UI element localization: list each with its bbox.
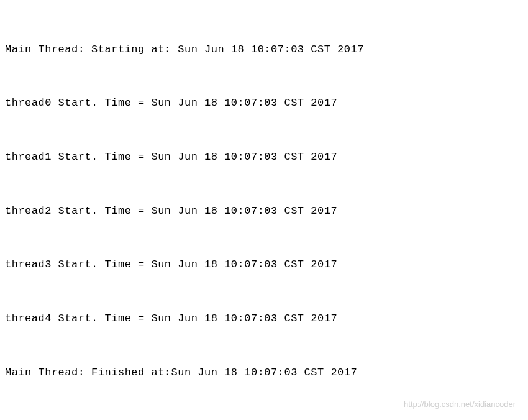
- log-line: thread3 Start. Time = Sun Jun 18 10:07:0…: [5, 256, 523, 274]
- log-line: thread0 End. Time = Sun Jun 18 10:07:04 …: [5, 418, 523, 420]
- log-line: thread2 Start. Time = Sun Jun 18 10:07:0…: [5, 203, 523, 221]
- log-line: thread4 Start. Time = Sun Jun 18 10:07:0…: [5, 310, 523, 328]
- log-line: thread0 Start. Time = Sun Jun 18 10:07:0…: [5, 94, 523, 112]
- console-output: Main Thread: Starting at: Sun Jun 18 10:…: [5, 5, 523, 420]
- log-line: thread1 Start. Time = Sun Jun 18 10:07:0…: [5, 148, 523, 167]
- log-line: Main Thread: Finished at:Sun Jun 18 10:0…: [5, 364, 523, 382]
- log-line: Main Thread: Starting at: Sun Jun 18 10:…: [5, 41, 523, 59]
- watermark-text: http://blog.csdn.net/xidiancoder: [404, 398, 516, 411]
